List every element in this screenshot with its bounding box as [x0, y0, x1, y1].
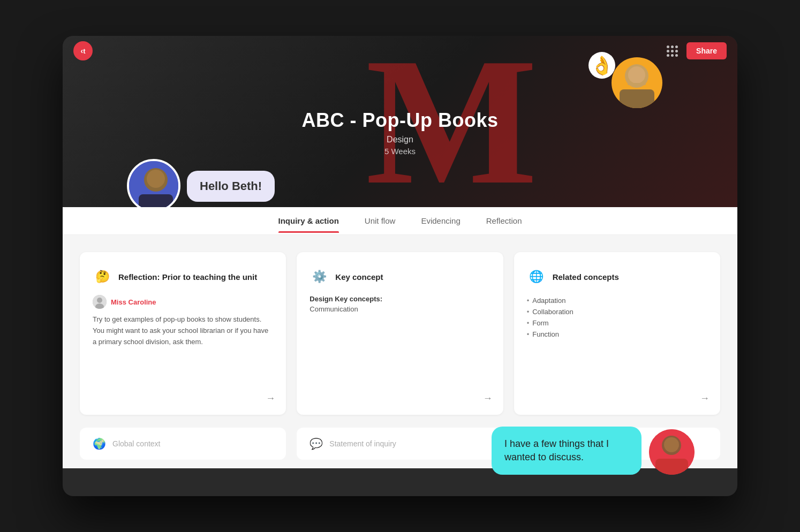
- card-related-header: 🌐 Related concepts: [527, 267, 707, 286]
- hero-title: ABC - Pop-Up Books: [302, 109, 499, 132]
- card-body-reflection: Try to get examples of pop-up books to s…: [93, 314, 273, 347]
- back-button[interactable]: ‹ t: [73, 41, 93, 60]
- related-list: Adaptation Collaboration Form Function: [527, 295, 707, 340]
- ok-emoji: 👌: [588, 52, 615, 79]
- user-name: Miss Caroline: [111, 298, 156, 306]
- card-statement: 💬 Statement of inquiry: [297, 428, 503, 460]
- avatar-young-man: [612, 57, 662, 108]
- statement-label: Statement of inquiry: [329, 439, 396, 448]
- card-related-title: Related concepts: [553, 272, 619, 282]
- related-item-3: Form: [527, 317, 707, 329]
- logo-t: t: [83, 47, 85, 55]
- speech-bubble-wrapper: I have a few things that I wanted to dis…: [492, 427, 695, 475]
- avatar-man-large: [127, 159, 180, 207]
- related-item-2: Collaboration: [527, 306, 707, 317]
- avatar-woman: [649, 429, 695, 475]
- card-key-concept-title: Key concept: [335, 272, 383, 282]
- global-icon: 🌍: [93, 437, 106, 450]
- svg-rect-6: [139, 194, 173, 207]
- hero-duration: 5 Weeks: [302, 147, 499, 156]
- card-reflection-prior: 🤔 Reflection: Prior to teaching the unit…: [80, 252, 286, 415]
- hero-content: ABC - Pop-Up Books Design 5 Weeks: [302, 109, 499, 156]
- card-key-concept-header: ⚙️ Key concept: [310, 267, 490, 286]
- related-item-4: Function: [527, 329, 707, 340]
- statement-icon: 💬: [310, 437, 323, 450]
- svg-point-7: [147, 170, 165, 188]
- card-reflection-header: 🤔 Reflection: Prior to teaching the unit: [93, 267, 273, 286]
- hero-section: M ‹ t Share ABC - Pop-Up Books Design 5 …: [63, 36, 737, 207]
- tab-evidencing[interactable]: Evidencing: [421, 209, 460, 233]
- related-item-1: Adaptation: [527, 295, 707, 306]
- tabs-container: Inquiry & action Unit flow Evidencing Re…: [63, 207, 737, 235]
- card-reflection-title: Reflection: Prior to teaching the unit: [118, 272, 257, 282]
- reflection-icon: 🤔: [93, 267, 112, 286]
- hello-bubble: Hello Beth!: [187, 171, 275, 202]
- tab-reflection[interactable]: Reflection: [486, 209, 522, 233]
- share-button[interactable]: Share: [686, 42, 727, 59]
- card-arrow-2[interactable]: →: [483, 393, 493, 404]
- svg-point-14: [664, 437, 679, 452]
- card-key-concept: ⚙️ Key concept Design Key concepts: Comm…: [297, 252, 503, 415]
- related-icon: 🌐: [527, 267, 546, 286]
- screen-wrapper: M ‹ t Share ABC - Pop-Up Books Design 5 …: [63, 36, 737, 496]
- hero-subtitle: Design: [302, 135, 499, 145]
- concept-value: Communication: [310, 305, 490, 313]
- card-arrow-3[interactable]: →: [700, 393, 710, 404]
- card-user: Miss Caroline: [93, 295, 273, 309]
- svg-rect-1: [620, 89, 654, 108]
- card-related-concepts: 🌐 Related concepts Adaptation Collaborat…: [514, 252, 720, 415]
- svg-point-2: [628, 66, 645, 83]
- tab-inquiry[interactable]: Inquiry & action: [278, 209, 339, 233]
- grid-menu-icon[interactable]: [665, 43, 680, 59]
- card-arrow-1[interactable]: →: [266, 393, 275, 404]
- tab-unit-flow[interactable]: Unit flow: [365, 209, 396, 233]
- card-global-context: 🌍 Global context: [80, 428, 286, 460]
- svg-rect-3: [628, 83, 646, 85]
- key-concept-icon: ⚙️: [310, 267, 329, 286]
- top-right-controls: Share: [665, 42, 727, 59]
- speech-bubble: I have a few things that I wanted to dis…: [492, 427, 641, 475]
- global-label: Global context: [112, 439, 161, 448]
- svg-rect-13: [655, 459, 688, 475]
- svg-point-9: [97, 298, 102, 303]
- user-avatar-small: [93, 295, 107, 309]
- content-area: 🤔 Reflection: Prior to teaching the unit…: [63, 235, 737, 428]
- concept-label: Design Key concepts:: [310, 295, 490, 303]
